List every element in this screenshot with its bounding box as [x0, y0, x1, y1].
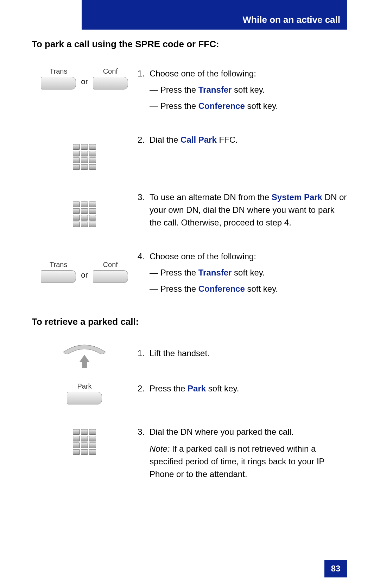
step4-sub1: — Press the Transfer soft key.: [150, 266, 265, 279]
keypad: [73, 144, 96, 170]
s2-step1-row: 1. Lift the handset.: [32, 341, 348, 368]
step1-text: 1. Choose one of the following: — Press …: [137, 67, 348, 112]
trans-label: Trans: [50, 261, 67, 269]
softkey-pair-icon-2: Trans or Conf: [32, 250, 137, 283]
park-label: Park: [77, 382, 91, 390]
s2-step3-note: Note: If a parked call is not retrieved …: [137, 442, 348, 481]
page-content: To park a call using the SPRE code or FF…: [32, 39, 348, 502]
conf-softkey: Conf: [93, 261, 128, 283]
step3-num: 3.: [137, 191, 150, 229]
step4-num: 4.: [137, 250, 150, 263]
header-banner: While on an active call: [82, 0, 347, 30]
step1-row: Trans or Conf 1. Choose one of the follo…: [32, 67, 348, 112]
step2-row: 2. Dial the Call Park FFC.: [32, 134, 348, 170]
step1-sub1: — Press the Transfer soft key.: [150, 83, 265, 96]
park-softkey: Park: [67, 382, 102, 404]
s2-step1-body: Lift the handset.: [150, 347, 210, 360]
s2-step2-text: 2. Press the Park soft key.: [137, 382, 348, 395]
s2-step3-row: 3. Dial the DN where you parked the call…: [32, 426, 348, 481]
softkey-pair-icon: Trans or Conf: [32, 67, 137, 89]
conf-button-icon: [93, 270, 128, 283]
keypad: [73, 429, 96, 455]
s2-step2-num: 2.: [137, 382, 150, 395]
step4-sub2: — Press the Conference soft key.: [150, 283, 278, 295]
trans-button-icon: [41, 270, 76, 283]
step2-text: 2. Dial the Call Park FFC.: [137, 134, 348, 146]
trans-softkey: Trans: [41, 67, 76, 89]
or-text: or: [80, 77, 89, 86]
step4-text: 4. Choose one of the following: — Press …: [137, 250, 348, 295]
section2-title: To retrieve a parked call:: [32, 316, 348, 327]
conf-label: Conf: [103, 67, 118, 75]
header-title: While on an active call: [243, 14, 340, 25]
s2-step2-row: Park 2. Press the Park soft key.: [32, 382, 348, 404]
arrow-up-icon: [80, 355, 89, 368]
step1-body: Choose one of the following:: [150, 67, 256, 80]
trans-softkey: Trans: [41, 261, 76, 283]
handset-svg-icon: [60, 341, 109, 355]
or-text: or: [80, 271, 89, 280]
s2-step3-body: Dial the DN where you parked the call.: [150, 426, 294, 438]
step1-sub2: — Press the Conference soft key.: [150, 100, 278, 112]
conf-label: Conf: [103, 261, 118, 269]
s2-step3-num: 3.: [137, 426, 150, 438]
step1-num: 1.: [137, 67, 150, 80]
s2-step2-body: Press the Park soft key.: [150, 382, 239, 395]
handset-icon: [32, 341, 137, 368]
keypad-icon-3: [32, 426, 137, 455]
trans-label: Trans: [50, 67, 67, 75]
park-softkey-icon: Park: [32, 382, 137, 404]
step4-body: Choose one of the following:: [150, 250, 256, 263]
page-number-badge: 83: [324, 560, 347, 577]
keypad-icon-2: [32, 191, 137, 227]
step3-row: 3. To use an alternate DN from the Syste…: [32, 191, 348, 229]
conf-button-icon: [93, 77, 128, 89]
conf-softkey: Conf: [93, 67, 128, 89]
step4-row: Trans or Conf 4. Choose one of the follo…: [32, 250, 348, 295]
trans-button-icon: [41, 77, 76, 89]
keypad-icon: [32, 134, 137, 170]
s2-step3-text: 3. Dial the DN where you parked the call…: [137, 426, 348, 481]
s2-step1-text: 1. Lift the handset.: [137, 341, 348, 360]
step3-text: 3. To use an alternate DN from the Syste…: [137, 191, 348, 229]
s2-step1-num: 1.: [137, 347, 150, 360]
park-button-icon: [67, 392, 102, 404]
step2-body: Dial the Call Park FFC.: [150, 134, 238, 146]
keypad: [73, 202, 96, 227]
step3-body: To use an alternate DN from the System P…: [150, 191, 348, 229]
step2-num: 2.: [137, 134, 150, 146]
section1-title: To park a call using the SPRE code or FF…: [32, 39, 348, 50]
